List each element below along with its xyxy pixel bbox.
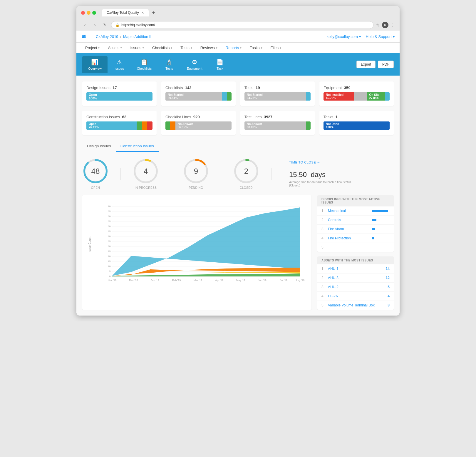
design-issues-open-segment: Open100% [86, 92, 152, 101]
asset-name-3[interactable]: AHU-2 [328, 285, 381, 289]
files-chevron-icon: ▾ [280, 46, 281, 49]
toolbar-overview[interactable]: 📊 Overview [82, 56, 108, 73]
test-lines-title: Test Lines 3927 [244, 115, 311, 119]
asset-row-5: 5 Variable Volume Terminal Box 3 [317, 301, 394, 310]
window-controls [81, 11, 96, 15]
discipline-name-2[interactable]: Controls [328, 218, 370, 222]
nav-reviews[interactable]: Reviews ▾ [196, 43, 222, 53]
nav-tasks[interactable]: Tasks ▾ [246, 43, 266, 53]
user-icon[interactable]: K [382, 22, 388, 28]
stat-divider-2 [171, 168, 171, 180]
equipment-card: Equipment 359 Not Installed46.79% On Sit… [319, 81, 394, 106]
issues-chevron-icon: ▾ [143, 46, 144, 49]
in-progress-stat: 4 IN PROGRESS [133, 158, 159, 189]
toolbar-checklists[interactable]: 📋 Checklists [131, 56, 157, 73]
construction-issues-tab[interactable]: Construction Issues [116, 141, 159, 152]
nav-assets[interactable]: Assets ▾ [104, 43, 126, 53]
help-menu[interactable]: Help & Support ▾ [366, 34, 395, 39]
asset-name-1[interactable]: AHU-1 [328, 267, 381, 271]
asset-row-3: 3 AHU-2 5 [317, 283, 394, 292]
forward-button[interactable]: › [91, 21, 99, 29]
ttc-sub-text: Average time for an issue to reach a fin… [289, 181, 352, 184]
nav-checklists[interactable]: Checklists ▾ [148, 43, 176, 53]
blue-area [112, 207, 300, 276]
breadcrumb-separator: › [120, 34, 121, 39]
asset-row-2: 2 AHU-3 12 [317, 273, 394, 283]
construction-issues-bar: Open76.19% [86, 121, 152, 130]
svg-text:60: 60 [108, 215, 110, 218]
svg-text:Mar '19: Mar '19 [194, 279, 202, 282]
reviews-chevron-icon: ▾ [216, 46, 217, 49]
nav-project[interactable]: Project ▾ [81, 43, 104, 53]
tasks-title: Tasks 1 [324, 115, 390, 119]
summary-grid: Design Issues 17 Open100% Checklists 143… [82, 81, 394, 135]
toolbar-tests[interactable]: 🔬 Tests [157, 56, 181, 73]
url-input[interactable]: 🔒 https://tq.cxalloy.com/ [111, 21, 373, 29]
nav-tests[interactable]: Tests ▾ [176, 43, 196, 53]
svg-text:15: 15 [108, 260, 110, 263]
tests-count: 19 [256, 86, 260, 90]
discipline-name-1[interactable]: Mechanical [328, 209, 370, 213]
design-issues-tab[interactable]: Design Issues [82, 141, 116, 152]
main-navigation: Project ▾ Assets ▾ Issues ▾ Checklists ▾… [76, 43, 400, 53]
construction-issues-card: Construction Issues 63 Open76.19% [82, 111, 157, 135]
user-menu[interactable]: kelly@cxalloy.com ▾ [327, 34, 361, 39]
close-window-button[interactable] [81, 11, 85, 15]
asset-rank-3: 3 [321, 285, 326, 289]
reload-button[interactable]: ↻ [101, 21, 109, 29]
toolbar-equipment[interactable]: ⚙ Equipment [181, 56, 208, 73]
nav-issues[interactable]: Issues ▾ [126, 43, 148, 53]
tasks-count: 1 [336, 115, 338, 119]
menu-icon[interactable]: ⋮ [391, 23, 395, 27]
discipline-row-2: 2 Controls [317, 216, 394, 225]
tasks-not-done-segment: Not Done100% [324, 121, 390, 130]
discipline-name-4[interactable]: Fire Protection [328, 236, 370, 240]
pending-circle: 9 [183, 158, 209, 184]
export-button[interactable]: Export [356, 61, 376, 68]
discipline-row-5: 5 [317, 243, 394, 252]
tests-other-segment [306, 92, 311, 101]
nav-reports[interactable]: Reports ▾ [222, 43, 246, 53]
toolbar-tests-label: Tests [165, 67, 173, 70]
pdf-button[interactable]: PDF [378, 61, 394, 68]
open-stat: 48 OPEN [82, 158, 109, 189]
equipment-count: 359 [344, 86, 351, 90]
svg-text:Jul '19: Jul '19 [280, 279, 288, 282]
svg-text:25: 25 [108, 250, 110, 253]
maximize-window-button[interactable] [92, 11, 96, 15]
help-chevron-icon: ▾ [393, 34, 395, 39]
breadcrumb-parent[interactable]: CxAlloy 2019 [96, 34, 118, 39]
minimize-window-button[interactable] [87, 11, 90, 15]
new-tab-button[interactable]: + [152, 10, 155, 15]
brand-logo: ≋ CxAlloy 2019 › Maple Addition II [81, 33, 151, 40]
issues-toolbar-icon: ⚠ [117, 59, 122, 66]
toolbar-task[interactable]: 📄 Task [208, 56, 232, 73]
discipline-name-3[interactable]: Fire Alarm [328, 227, 370, 231]
checklist-lines-title: Checklist Lines 920 [165, 115, 232, 119]
asset-name-2[interactable]: AHU-3 [328, 276, 381, 280]
asset-name-5[interactable]: Variable Volume Terminal Box [328, 303, 381, 307]
checklists-card: Checklists 143 Not Started89.51% [161, 81, 236, 106]
issue-tabs: Design Issues Construction Issues [82, 141, 394, 152]
closed-circle: 2 [233, 158, 259, 184]
toolbar-issues[interactable]: ⚠ Issues [108, 56, 131, 73]
discipline-rank-3: 3 [321, 227, 326, 231]
checklists-complete-segment [227, 92, 232, 101]
nav-files[interactable]: Files ▾ [267, 43, 285, 53]
back-button[interactable]: ‹ [81, 21, 89, 29]
toolbar-issues-label: Issues [115, 67, 124, 70]
discipline-bar-3 [372, 228, 375, 230]
discipline-row-1: 1 Mechanical [317, 206, 394, 216]
tab-close-button[interactable]: ✕ [141, 11, 144, 15]
asset-name-4[interactable]: EF-2A [328, 294, 381, 298]
bookmark-icon[interactable]: ☆ [376, 23, 380, 27]
asset-count-2: 12 [384, 276, 390, 280]
equipment-not-installed-segment: Not Installed46.79% [324, 92, 354, 101]
closed-stat: 2 CLOSED [233, 158, 259, 189]
browser-tab[interactable]: CxAlloy Total Quality ✕ [102, 9, 149, 16]
closed-label: CLOSED [240, 186, 253, 189]
svg-text:70: 70 [108, 205, 110, 208]
chart-area: Issue Count 0 5 [82, 195, 311, 310]
breadcrumb-current[interactable]: Maple Addition II [123, 34, 151, 39]
test-lines-card: Test Lines 3927 No Answer98.09% [240, 111, 315, 135]
